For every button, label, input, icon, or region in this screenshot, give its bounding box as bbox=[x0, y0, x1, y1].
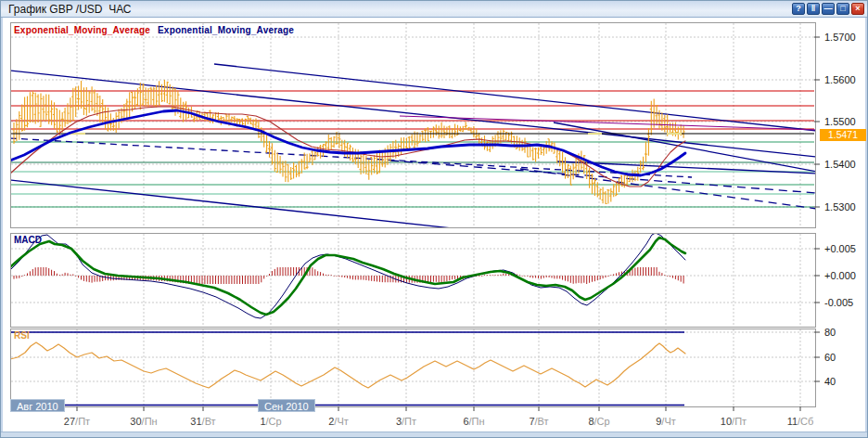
date-tick-label: 2/Чт bbox=[328, 416, 349, 427]
macd-tick-label: +0.005 bbox=[824, 243, 856, 254]
window-title: График GBP /USD ЧАС bbox=[8, 3, 132, 16]
window-controls: ? ‖ — □ × bbox=[792, 3, 864, 15]
macd-panel-label: MACD bbox=[14, 235, 42, 245]
macd-tick-label: +0.000 bbox=[824, 270, 856, 281]
chart-window: График GBP /USD ЧАС ? ‖ — □ × Exponentia… bbox=[0, 0, 868, 438]
window-titlebar[interactable]: График GBP /USD ЧАС ? ‖ — □ × bbox=[1, 1, 867, 18]
price-tick-label: 1.5300 bbox=[824, 201, 856, 213]
close-button[interactable]: × bbox=[851, 3, 864, 15]
month-label: Авг 2010 bbox=[10, 399, 65, 412]
price-tick-label: 1.5400 bbox=[824, 159, 856, 170]
date-tick-label: 7/Вт bbox=[529, 416, 548, 427]
date-tick-label: 30/Пн bbox=[130, 416, 157, 427]
rsi-tick-label: 80 bbox=[824, 327, 836, 338]
current-price-tag: 1.5471 bbox=[820, 129, 866, 141]
date-tick-label: 31/Вт bbox=[190, 416, 215, 427]
rsi-panel[interactable] bbox=[10, 328, 816, 407]
minimize-button[interactable]: — bbox=[822, 3, 835, 15]
macd-panel[interactable] bbox=[10, 233, 816, 328]
date-tick-label: 6/Пн bbox=[463, 416, 484, 427]
price-tick-label: 1.5700 bbox=[824, 32, 856, 43]
date-tick-label: 1/Ср bbox=[260, 416, 281, 427]
help-button[interactable]: ? bbox=[792, 3, 805, 15]
month-label: Сен 2010 bbox=[258, 399, 315, 412]
pause-button[interactable]: ‖ bbox=[807, 3, 820, 15]
date-tick-label: 10/Пт bbox=[721, 416, 747, 427]
rsi-tick-label: 40 bbox=[824, 376, 836, 387]
current-price-value: 1.5471 bbox=[828, 129, 858, 140]
main-chart-panel[interactable] bbox=[10, 22, 816, 228]
date-tick-label: 9/Чт bbox=[656, 416, 676, 427]
price-tick-label: 1.5600 bbox=[824, 74, 856, 85]
date-tick-label: 3/Пт bbox=[396, 416, 416, 427]
legend-ema-fast: Exponential_Moving_Average bbox=[14, 25, 150, 35]
rsi-tick-label: 60 bbox=[824, 352, 836, 363]
window-bottom-frame bbox=[1, 432, 867, 438]
rsi-panel-label: RSI bbox=[14, 330, 30, 341]
date-tick-label: 27/Пт bbox=[64, 416, 90, 427]
date-tick-label: 11/Сб bbox=[787, 416, 814, 427]
legend-ema-slow: Exponential_Moving_Average bbox=[158, 25, 294, 35]
date-tick-label: 8/Ср bbox=[588, 416, 609, 427]
maximize-button[interactable]: □ bbox=[836, 3, 849, 15]
price-tick-label: 1.5500 bbox=[824, 116, 856, 127]
macd-tick-label: -0.005 bbox=[824, 297, 853, 308]
